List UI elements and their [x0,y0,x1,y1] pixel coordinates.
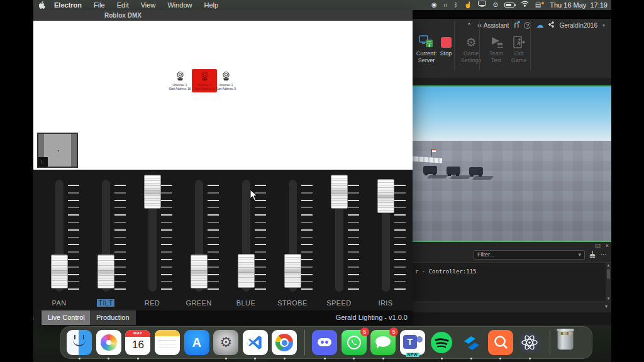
slider-tick [114,185,126,186]
dock-roblox-studio[interactable] [458,330,484,355]
fixture-shadow [427,175,449,178]
slider-tick [301,288,313,290]
slider-tick [68,222,79,223]
battery-icon[interactable] [504,3,514,8]
slider-tick [394,222,406,223]
viewport-sky [412,87,611,141]
username-label[interactable]: GeraldIn2016 [559,22,597,29]
dock-settings[interactable]: ⚙ [213,330,238,355]
switch-control-icon[interactable]: ▤ [535,0,541,10]
dock-spotify[interactable] [429,330,454,355]
wifi-icon[interactable] [521,0,529,10]
menu-bar-clock[interactable]: Thu 16 May 17:19 [550,1,608,9]
slider-tick [114,237,126,238]
app-version-label: Gerald Lighting - v1.0.0 [336,310,408,325]
headphones-icon[interactable]: ∩ [443,0,448,10]
minimap-wall [71,134,77,167]
dock-teams[interactable]: TNEW [400,330,425,355]
slider-tick [348,222,359,223]
slider-tick [114,244,126,245]
slider-tick [348,237,359,238]
tab-des[interactable]: des [33,310,40,325]
share-icon[interactable] [548,21,554,29]
menu-view[interactable]: View [141,1,156,9]
slider-tick [348,281,359,282]
dock-photos[interactable] [96,330,121,355]
dock-notes[interactable] [155,330,180,355]
output-scrollbar[interactable]: ▲ ▼ [606,263,611,301]
slider-red: RED [129,170,175,310]
slider-handle-blue[interactable] [238,254,255,288]
dock-chrome[interactable] [272,330,297,355]
slider-tick [394,259,406,260]
dock-discord[interactable] [312,330,337,355]
dock-messages[interactable]: 5 [370,330,396,355]
slider-tick [255,214,266,216]
apple-menu-icon[interactable] [39,1,45,9]
dock-finder[interactable] [67,330,92,355]
game-viewport[interactable] [411,85,611,242]
dock-vscode[interactable] [243,330,268,355]
popout-icon[interactable]: ◱ [595,243,601,249]
fixture-1[interactable]: Universe: 1Start Address: 16 [167,71,192,91]
menu-file[interactable]: File [94,1,105,9]
slider-tick [208,244,219,245]
cloud-sync-icon[interactable]: ☁ [536,21,543,30]
ribbon-button-label: Exit Game [504,50,533,65]
slider-tick [394,244,406,245]
scrollbar-thumb[interactable] [607,269,610,279]
running-indicator [382,358,384,359]
slider-tick [348,288,359,290]
menu-help[interactable]: Help [204,1,219,9]
command-bar-row[interactable]: ▾ [413,302,611,310]
screen-record-icon[interactable]: ◉ [431,0,437,10]
slider-tick [208,251,219,253]
clear-output-icon[interactable] [589,250,596,261]
menu-electron[interactable]: Electron [54,1,82,9]
slider-tick [255,251,266,253]
running-indicator [470,358,472,359]
close-icon[interactable]: × [606,243,609,249]
dock-calendar[interactable]: MAY16 [125,330,150,355]
bluetooth-icon[interactable]: ᛒ [454,0,458,10]
slider-tick [348,274,359,275]
account-caret-icon[interactable]: ▾ [602,23,605,28]
mouse-cursor [250,189,258,204]
slider-handle-pan[interactable] [51,255,68,288]
slider-tick [68,237,79,238]
minimap[interactable]: ∟ [37,133,78,168]
scroll-up-icon[interactable]: ▲ [606,263,611,267]
output-console[interactable]: r - Controller:115 ▲ ▼ [413,262,611,301]
dock-electron[interactable] [517,330,542,355]
collapse-ribbon-icon[interactable]: ⌃ [467,22,472,29]
menu-edit[interactable]: Edit [117,1,129,9]
chevron-down-icon: ▾ [578,251,581,259]
fixture-3[interactable]: Universe: 1Start Address: 0 [213,71,238,91]
filter-dropdown[interactable]: Filter... ▾ [474,250,585,260]
dock-trash[interactable] [557,330,582,355]
tab-production[interactable]: Production [90,310,136,325]
slider-handle-iris[interactable] [377,179,394,213]
fixture-canvas[interactable]: Universe: 1Start Address: 16Universe: 1S… [33,21,413,170]
dock-postman[interactable] [488,330,513,355]
notifications-bell-icon[interactable]: ᑎ [514,21,519,30]
slider-handle-strobe[interactable] [284,254,301,288]
dock-appstore[interactable]: A [184,330,209,355]
ribbon-separator [530,21,531,70]
play-circle-icon[interactable]: ⊙ [492,0,497,10]
slider-handle-red[interactable] [144,175,161,209]
slider-handle-speed[interactable] [331,175,348,209]
slider-tick [161,244,172,245]
display-icon[interactable] [478,0,486,10]
hand-icon[interactable]: ☝ [464,0,472,10]
scroll-down-icon[interactable]: ▼ [606,297,611,300]
slider-label-iris: IRIS [362,299,409,307]
assistant-button[interactable]: ∗ Assistant [477,22,509,29]
slider-handle-green[interactable] [191,255,208,288]
dock-whatsapp[interactable]: 5 [341,330,367,355]
slider-tick [208,288,219,290]
slider-handle-tilt[interactable] [97,255,114,288]
menu-window[interactable]: Window [167,1,192,9]
tab-live-control[interactable]: Live Control [42,310,91,325]
more-options-icon[interactable]: ⋯ [601,251,607,258]
